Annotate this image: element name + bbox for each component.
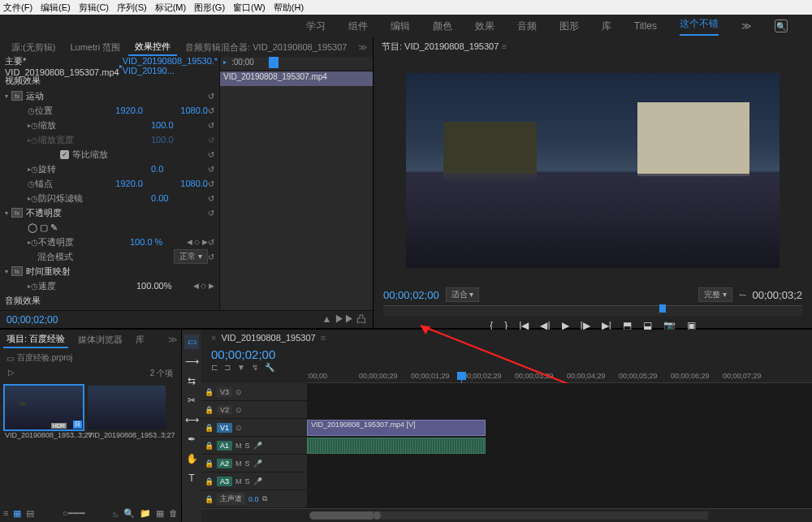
hand-tool-icon[interactable]: ✋	[184, 451, 199, 466]
ec-foot-icons[interactable]: ▲ ▶▶ 凸	[322, 313, 366, 326]
motion-fx[interactable]: 运动	[26, 90, 44, 102]
full-select[interactable]: 完整 ▾	[698, 287, 732, 302]
ws-custom[interactable]: 这个不错	[680, 17, 719, 36]
menu-file[interactable]: 文件(F)	[3, 2, 32, 14]
mask-rect-icon[interactable]: ▢	[40, 222, 48, 233]
opacity-fx[interactable]: 不透明度	[26, 207, 62, 219]
settings-icon[interactable]: ↯	[252, 363, 258, 372]
bin-area[interactable]: HDR回 VID_20190808_1953..3;27 VID_2019080…	[0, 381, 181, 504]
rotation-val[interactable]: 0.0	[151, 164, 208, 174]
menu-marker[interactable]: 标记(M)	[155, 2, 187, 14]
menu-window[interactable]: 窗口(W)	[233, 2, 266, 14]
program-scrubber[interactable]	[383, 305, 802, 317]
tab-library[interactable]: 库	[132, 332, 148, 347]
blend-mode-select[interactable]: 正常 ▾	[174, 249, 208, 264]
bin-item-2[interactable]: VID_20190808_1953..3;27	[88, 386, 166, 499]
wrench-icon[interactable]: 🔧	[265, 363, 274, 372]
ec-mini-timeline[interactable]: ▸:00;00 VID_20190808_195307.mp4	[219, 57, 373, 310]
ec-clip[interactable]: VID_20190808_195307.mp4	[220, 71, 373, 86]
effect-controls-panel: 源:(无剪辑) Lumetri 范围 效果控件 音频剪辑混合器: VID_201…	[0, 37, 374, 328]
program-playhead[interactable]	[659, 304, 666, 313]
keyframe-icon[interactable]: ◷	[28, 106, 35, 115]
icon-view-icon[interactable]: ▦	[13, 508, 21, 519]
lock-icon[interactable]: 🔒	[205, 388, 214, 396]
ws-effects[interactable]: 效果	[475, 19, 495, 33]
ws-library[interactable]: 库	[602, 19, 611, 33]
slip-tool-icon[interactable]: ⟷	[184, 412, 199, 427]
ws-audio[interactable]: 音频	[517, 19, 537, 33]
program-monitor[interactable]	[374, 56, 812, 284]
menu-sequence[interactable]: 序列(S)	[117, 2, 147, 14]
mic-icon[interactable]: 🎤	[253, 442, 262, 450]
menu-clip[interactable]: 剪辑(C)	[79, 2, 109, 14]
ec-playhead[interactable]	[269, 57, 279, 68]
timeline-zoom-scrollbar[interactable]	[313, 511, 708, 520]
pen-tool-icon[interactable]: ✒	[184, 432, 199, 447]
track-a2[interactable]: 🔒A2MS🎤	[201, 455, 812, 472]
link-icon[interactable]: ⊐	[224, 363, 231, 372]
ws-learn[interactable]: 学习	[306, 19, 326, 33]
ws-titles[interactable]: Titles	[634, 20, 657, 32]
bin-item-1[interactable]: HDR回 VID_20190808_1953..3;27	[5, 386, 83, 499]
eye-icon[interactable]: ⊙	[235, 388, 242, 396]
new-item-icon[interactable]: ▦	[156, 508, 164, 519]
search-icon[interactable]: 🔍	[775, 19, 788, 32]
fx-badge[interactable]: fx	[11, 91, 23, 101]
list-view-icon[interactable]: ≡	[3, 508, 8, 518]
position-x[interactable]: 1920.0	[115, 106, 172, 115]
marker-icon[interactable]: ▼	[237, 363, 245, 372]
razor-tool-icon[interactable]: ✂	[184, 393, 199, 408]
filter-icon[interactable]: ▷	[8, 368, 15, 377]
tab-lumetri[interactable]: Lumetri 范围	[63, 40, 127, 55]
sort-icon[interactable]: ⎁	[113, 508, 119, 518]
tab-media-browser[interactable]: 媒体浏览器	[75, 332, 126, 347]
track-v1[interactable]: 🔒V1⊙VID_20190808_195307.mp4 [V]	[201, 419, 812, 437]
new-bin-icon[interactable]: 📁	[140, 508, 151, 519]
selection-tool-icon[interactable]: ▭	[184, 334, 199, 349]
track-v2[interactable]: 🔒V2⊙	[201, 401, 812, 419]
ws-graphics[interactable]: 图形	[559, 19, 579, 33]
time-remap-fx[interactable]: 时间重映射	[26, 265, 71, 278]
freeform-icon[interactable]: ▤	[26, 508, 34, 519]
timeline-tc[interactable]: 00;00;02;00	[201, 346, 812, 363]
sequence-name[interactable]: VID_20190808_195307	[221, 333, 315, 343]
uniform-scale-checkbox[interactable]: ✓	[60, 150, 69, 159]
trash-icon[interactable]: 🗑	[169, 508, 178, 518]
ws-assembly[interactable]: 组件	[348, 19, 368, 33]
find-icon[interactable]: 🔍	[123, 508, 135, 519]
track-select-tool-icon[interactable]: ⟶	[184, 354, 199, 369]
tab-audio-mixer[interactable]: 音频剪辑混合器: VID_20190808_195307	[179, 40, 353, 55]
zoom-slider[interactable]: ○━━━	[39, 508, 108, 519]
ws-color[interactable]: 颜色	[433, 19, 452, 33]
menu-edit[interactable]: 编辑(E)	[41, 2, 71, 14]
position-y[interactable]: 1080.0	[180, 106, 208, 115]
ws-edit[interactable]: 编辑	[391, 19, 410, 33]
ripple-tool-icon[interactable]: ⇆	[184, 373, 199, 388]
video-clip[interactable]: VID_20190808_195307.mp4 [V]	[307, 420, 486, 436]
track-master[interactable]: 🔒主声道0.0⧉	[201, 490, 812, 508]
tab-effect-controls[interactable]: 效果控件	[128, 39, 177, 56]
ws-overflow[interactable]: ≫	[741, 20, 752, 32]
reset-icon[interactable]: ↺	[208, 92, 214, 101]
type-tool-icon[interactable]: T	[184, 471, 199, 485]
tab-source[interactable]: 源:(无剪辑)	[5, 40, 62, 55]
panel-menu-icon[interactable]: ≫	[358, 42, 368, 53]
blend-label: 混合模式	[28, 251, 174, 263]
snap-icon[interactable]: ⊏	[211, 363, 218, 372]
panel-overflow-icon[interactable]: ≫	[168, 334, 178, 345]
tab-project[interactable]: 项目: 百度经验	[3, 331, 68, 348]
menu-help[interactable]: 帮助(H)	[274, 2, 304, 14]
proj-icon: ▭	[6, 354, 14, 363]
track-v3[interactable]: 🔒V3⊙	[201, 383, 812, 401]
audio-clip[interactable]	[307, 438, 486, 454]
track-a1[interactable]: 🔒A1MS🎤	[201, 437, 812, 455]
track-a3[interactable]: 🔒A3MS🎤	[201, 472, 812, 490]
scale-val[interactable]: 100.0	[151, 120, 208, 130]
menu-graphics[interactable]: 图形(G)	[194, 2, 225, 14]
mask-ellipse-icon[interactable]: ◯	[28, 222, 37, 233]
program-monitor-panel: 节目: VID_20190808_195307 ≡ 00;00;02;00 适合…	[374, 37, 812, 328]
mask-pen-icon[interactable]: ✎	[50, 222, 58, 233]
time-ruler[interactable]: :00;00 00;00;00;29 00;00;01;29 00;00;02;…	[307, 372, 812, 383]
program-tc[interactable]: 00;00;02;00	[383, 289, 439, 301]
fit-select[interactable]: 适合 ▾	[446, 287, 480, 302]
